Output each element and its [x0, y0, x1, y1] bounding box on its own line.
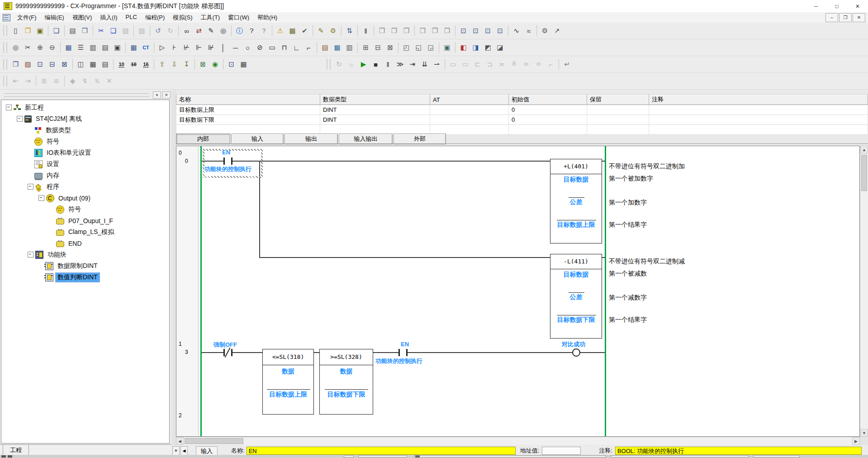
window-diagram-icon[interactable]: ❒ — [9, 58, 22, 70]
toolbar-grip[interactable] — [327, 59, 331, 70]
compile-all-icon[interactable]: ✔ — [299, 25, 311, 37]
fb-parameter-icon[interactable]: ∟ — [290, 42, 303, 53]
mark-cross-icon[interactable]: ✕ — [103, 75, 115, 87]
force-off-icon[interactable]: ⇩ — [168, 58, 180, 70]
memory-monitor-icon[interactable]: ⊡ — [470, 25, 482, 37]
expander-icon[interactable] — [28, 184, 33, 190]
select-tool-icon[interactable]: ▷ — [156, 42, 168, 53]
column-header-AT[interactable]: AT — [430, 95, 509, 105]
online-b-icon[interactable]: ▭ — [459, 58, 471, 70]
dock-grip[interactable] — [4, 93, 149, 97]
new-contact-icon[interactable]: ⊦ — [168, 42, 180, 53]
column-header-保留[interactable]: 保留 — [587, 95, 649, 105]
mark-flash-icon[interactable]: ↯ — [79, 75, 91, 87]
watch-window-icon[interactable]: ❒ — [441, 25, 453, 37]
menu-H[interactable]: 帮助(H) — [253, 13, 281, 23]
expander-icon[interactable] — [6, 105, 12, 110]
find-icon[interactable]: ∞ — [180, 25, 193, 37]
child-minimize-button[interactable]: – — [825, 13, 838, 22]
mark-percent-icon[interactable]: ％ — [91, 75, 103, 87]
outdent-icon[interactable]: ⇤ — [9, 75, 22, 87]
window-watch-icon[interactable]: ⊡ — [34, 58, 46, 70]
comment-edit-icon[interactable]: ▣ — [441, 42, 453, 53]
block-select-a-icon[interactable]: ◰ — [400, 42, 413, 53]
contact-symbol[interactable]: 功能块的控制执行 — [375, 357, 422, 365]
instruction-block-subl[interactable]: -L(411) 目标数据 公差 目标数据下限 — [550, 254, 602, 339]
operand[interactable]: 目标数据 — [550, 271, 602, 279]
zoom-in-icon[interactable]: ⊕ — [34, 42, 46, 53]
mark-1-icon[interactable]: ◧ — [457, 42, 470, 53]
scroll-right-button[interactable]: ▶ — [852, 437, 860, 445]
contact-label[interactable]: EN — [222, 149, 230, 156]
sim-pause-icon[interactable]: ‖ — [382, 58, 394, 70]
menu-W[interactable]: 窗口(W) — [224, 13, 253, 23]
context-help-icon[interactable]: ？ — [258, 25, 270, 37]
close-icon[interactable]: ✕ — [172, 446, 180, 455]
menu-S[interactable]: 模拟(S) — [169, 13, 196, 23]
zoom-fit-icon[interactable]: ◎ — [9, 42, 22, 53]
comment-display-icon[interactable]: ▤ — [99, 42, 111, 53]
unit-monitor-icon[interactable]: ⊡ — [494, 25, 506, 37]
address-display-icon[interactable]: ▥ — [87, 42, 99, 53]
new-closed-coil-icon[interactable]: ⊘ — [254, 42, 266, 53]
rung-insert-icon[interactable]: ⊠ — [384, 42, 396, 53]
tree-item-ST4[CJ2M] 离线[interactable]: ST4[CJ2M] 离线 — [1, 113, 169, 124]
tab-内部[interactable]: 内部 — [176, 134, 230, 144]
online-edit-icon[interactable]: ✎ — [315, 25, 327, 37]
window-cross-icon[interactable]: ⊟ — [46, 58, 58, 70]
tree-item-符号[interactable]: 符号 — [1, 204, 169, 215]
online-c-icon[interactable]: ⊏ — [471, 58, 484, 70]
row-insert-icon[interactable]: ⊞ — [360, 42, 372, 53]
online-i-icon[interactable]: ⌐ — [545, 58, 557, 70]
coil-label[interactable]: 对比成功 — [562, 340, 585, 348]
pause-monitor-icon[interactable]: ‖ — [360, 25, 372, 37]
vertical-scrollbar[interactable]: ▲ ▼ — [860, 146, 868, 437]
scroll-up-button[interactable]: ▲ — [860, 146, 868, 153]
mark-4-icon[interactable]: ◪ — [494, 42, 506, 53]
time-chart-icon[interactable]: ∿ — [510, 25, 522, 37]
column-header-数据类型[interactable]: 数据类型 — [320, 95, 430, 105]
redo-icon[interactable]: ↻ — [164, 25, 176, 37]
tab-输入[interactable]: 输入 — [231, 134, 284, 144]
operand[interactable]: 公差 — [550, 198, 602, 206]
toolbar-grip[interactable] — [3, 59, 7, 70]
view-monitor-icon[interactable]: ▤ — [99, 58, 111, 70]
expander-icon[interactable] — [17, 116, 23, 122]
radix-hex-icon[interactable]: 16 — [140, 58, 152, 70]
operand[interactable]: 数据 — [320, 367, 373, 376]
grid-icon[interactable]: ▦ — [62, 42, 75, 53]
operand[interactable]: 公差 — [550, 293, 602, 301]
sim-run-icon[interactable]: ▶ — [357, 58, 370, 70]
external-tools-icon[interactable]: ↗ — [551, 25, 563, 37]
paste-icon[interactable]: ▧ — [119, 25, 132, 37]
radix-decimal-icon[interactable]: 10 — [115, 58, 128, 70]
mark-diamond-icon[interactable]: ◆ — [66, 75, 79, 87]
window-io-icon[interactable]: ⊠ — [58, 58, 71, 70]
dock-close-button[interactable]: ✕ — [162, 91, 171, 99]
menu-F[interactable]: 文件(F) — [13, 13, 41, 23]
scroll-thumb[interactable] — [185, 438, 243, 444]
or-contact-icon[interactable]: ⊩ — [193, 42, 205, 53]
tree-item-P07_Ouput_I_F[interactable]: P07_Ouput_I_F — [1, 215, 169, 226]
save-function-file-icon[interactable]: ❏ — [50, 25, 62, 37]
rung-edit-1-icon[interactable]: ▤ — [319, 42, 331, 53]
scroll-thumb[interactable] — [861, 155, 867, 191]
info-icon[interactable]: ⓘ — [233, 25, 246, 37]
monitor-box-icon[interactable]: ▣ — [111, 42, 123, 53]
row-delete-icon[interactable]: ⊟ — [372, 42, 384, 53]
tree-item-数据限制DINT[interactable]: 数据限制DINT — [1, 260, 169, 272]
help-icon[interactable]: ？ — [246, 25, 258, 37]
find-retrace-icon[interactable]: ✎ — [205, 25, 217, 37]
menu-I[interactable]: 插入(I) — [96, 13, 121, 23]
sim-settings-icon[interactable]: ☼ — [345, 58, 357, 70]
tab-外部[interactable]: 外部 — [394, 134, 446, 144]
comment-field[interactable]: BOOL: 功能块的控制执行 — [615, 447, 862, 455]
tree-item-功能块[interactable]: 功能块 — [1, 249, 169, 260]
print-icon[interactable]: ▤ — [66, 25, 79, 37]
operand[interactable]: 数据 — [263, 367, 313, 376]
vertical-line-icon[interactable]: │ — [217, 42, 229, 53]
tree-item-数值判断DINT[interactable]: 数值判断DINT — [1, 272, 169, 283]
dock-pin-button[interactable]: ▾ — [153, 91, 161, 99]
new-instruction-icon[interactable]: ▭ — [266, 42, 278, 53]
mark-3-icon[interactable]: ◩ — [482, 42, 494, 53]
